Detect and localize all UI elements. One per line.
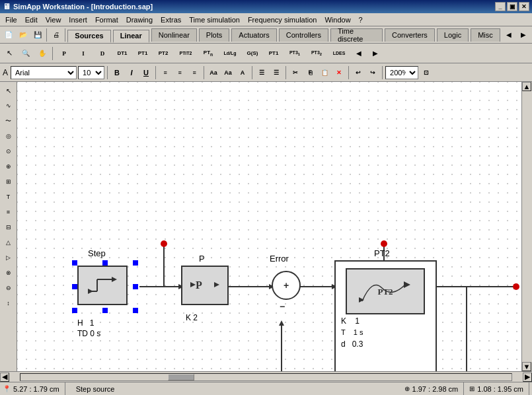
tool-pointer[interactable]: ↖ (1, 83, 16, 98)
tool-unknown11[interactable]: ↕ (1, 296, 16, 310)
text-format-btn2[interactable]: Aa (221, 66, 235, 79)
list-btn1[interactable]: ☰ (255, 66, 268, 79)
text-format-btn1[interactable]: Aa (207, 66, 220, 79)
tab-converters[interactable]: Converters (385, 28, 435, 42)
menu-time-sim[interactable]: Time simulation (185, 15, 244, 25)
block-PT1[interactable]: PT1 (133, 46, 153, 61)
menu-file[interactable]: File (1, 15, 21, 25)
menu-format[interactable]: Format (91, 15, 122, 25)
right-scrollbar[interactable]: ▲ ▼ (521, 82, 532, 371)
new-btn[interactable]: 📄 (1, 28, 15, 42)
restore-btn[interactable]: ▣ (507, 2, 517, 11)
block-P[interactable]: P (55, 46, 73, 61)
block-I[interactable]: I (74, 46, 93, 61)
tool-unknown10[interactable]: ⊖ (1, 281, 16, 295)
step-block-container[interactable] (72, 260, 138, 313)
tool-text[interactable]: T (1, 190, 16, 204)
menu-window[interactable]: Window (321, 15, 354, 25)
font-size-select[interactable]: 10 (78, 66, 104, 79)
block-D[interactable]: D (93, 46, 112, 61)
open-btn[interactable]: 📂 (16, 28, 30, 42)
tool-unknown4[interactable]: ⊞ (1, 174, 16, 189)
tool-unknown7[interactable]: △ (1, 235, 16, 250)
tab-misc[interactable]: Misc (471, 28, 500, 42)
block-PTn[interactable]: PTn (198, 46, 218, 61)
minimize-btn[interactable]: _ (495, 2, 506, 11)
redo-btn[interactable]: ↪ (366, 66, 379, 79)
zoom-fit-btn[interactable]: ⊡ (420, 66, 433, 79)
tab-nonlinear[interactable]: Nonlinear (151, 28, 197, 42)
block-PT2[interactable]: PT2 (153, 46, 173, 61)
scroll-up-btn[interactable]: ▲ (522, 82, 531, 91)
scroll-right-arrow[interactable]: ▶ (523, 373, 532, 382)
list-btn2[interactable]: ☰ (270, 66, 283, 79)
scroll-left-arrow[interactable]: ◀ (0, 373, 9, 382)
tool-unknown8[interactable]: ▷ (1, 250, 16, 265)
tab-time-discrete[interactable]: Time discrete (330, 28, 383, 42)
P-block[interactable]: P (181, 266, 229, 305)
menu-freq-sim[interactable]: Frequency simulation (244, 15, 321, 25)
menu-help[interactable]: ? (355, 15, 367, 25)
italic-btn[interactable]: I (125, 66, 138, 79)
PT2-outer-box[interactable]: PT2 (334, 260, 437, 371)
cut-btn[interactable]: ✂ (289, 66, 302, 79)
tool-unknown6[interactable]: ⊟ (1, 220, 16, 234)
tab-logic[interactable]: Logic (437, 28, 469, 42)
block-DT1[interactable]: DT1 (112, 46, 132, 61)
tab-plots[interactable]: Plots (199, 28, 229, 42)
block-PT1b[interactable]: PT1 (264, 46, 284, 61)
tab-sources[interactable]: Sources (67, 30, 110, 43)
align-left-btn[interactable]: ≡ (159, 66, 172, 79)
align-right-btn[interactable]: ≡ (188, 66, 201, 79)
tool-s-curve[interactable]: ∿ (1, 98, 16, 113)
menu-extras[interactable]: Extras (157, 15, 185, 25)
hand-tool[interactable]: ✋ (34, 46, 50, 61)
tool-wave[interactable]: 〜 (1, 114, 16, 128)
zoom-select[interactable]: 200% (385, 66, 418, 79)
canvas-area[interactable]: − (17, 82, 521, 371)
step-block[interactable] (77, 266, 128, 305)
underline-btn[interactable]: U (139, 66, 153, 79)
select-tool[interactable]: ↖ (1, 46, 17, 61)
block-LDES[interactable]: LDES (328, 46, 350, 61)
block-PT32[interactable]: PT32 (306, 46, 327, 61)
block-PT31[interactable]: PT31 (284, 46, 305, 61)
print-btn[interactable]: 🖨 (49, 28, 63, 42)
tab-linear[interactable]: Linear (113, 30, 149, 43)
text-format-btn3[interactable]: A (236, 66, 249, 79)
menu-insert[interactable]: Insert (65, 15, 91, 25)
error-sumjunction[interactable]: + (272, 271, 301, 300)
block-PTiT2[interactable]: PTiT2 (174, 46, 198, 61)
tool-unknown9[interactable]: ⊗ (1, 266, 16, 280)
tab-actuators[interactable]: Actuators (231, 28, 276, 42)
tool-unknown1[interactable]: ◎ (1, 129, 16, 143)
delete-btn[interactable]: ✕ (332, 66, 346, 79)
scroll-left-btn[interactable]: ◀ (502, 28, 516, 42)
bold-btn[interactable]: B (110, 66, 124, 79)
paste-btn[interactable]: 📋 (318, 66, 331, 79)
scroll-blocks-left[interactable]: ◀ (351, 46, 367, 61)
PT2-inner-block[interactable]: PT2 (346, 268, 425, 314)
font-family-select[interactable]: Arial (11, 66, 77, 79)
tool-unknown2[interactable]: ⊙ (1, 144, 16, 159)
title-bar-controls[interactable]: _ ▣ ✕ (495, 2, 529, 11)
scroll-thumb[interactable] (168, 374, 194, 380)
zoom-tool[interactable]: 🔍 (18, 46, 34, 61)
close-btn[interactable]: ✕ (519, 2, 529, 11)
menu-drawing[interactable]: Drawing (122, 15, 157, 25)
bottom-scrollbar[interactable]: ◀ ▶ (0, 371, 532, 382)
menu-view[interactable]: View (42, 15, 65, 25)
copy-btn[interactable]: ⎘ (303, 66, 317, 79)
tool-unknown3[interactable]: ⊕ (1, 159, 16, 174)
block-GS[interactable]: G(S) (242, 46, 263, 61)
scroll-right-btn[interactable]: ▶ (517, 28, 531, 42)
undo-btn[interactable]: ↩ (352, 66, 365, 79)
align-center-btn[interactable]: ≡ (173, 66, 186, 79)
scroll-down-btn[interactable]: ▼ (522, 362, 531, 371)
scroll-blocks-right[interactable]: ▶ (367, 46, 383, 61)
tool-unknown5[interactable]: ≡ (1, 205, 16, 219)
save-btn[interactable]: 💾 (30, 28, 44, 42)
tab-controllers[interactable]: Controllers (279, 28, 328, 42)
block-LdLg[interactable]: Ld/Lg (219, 46, 241, 61)
menu-edit[interactable]: Edit (21, 15, 42, 25)
